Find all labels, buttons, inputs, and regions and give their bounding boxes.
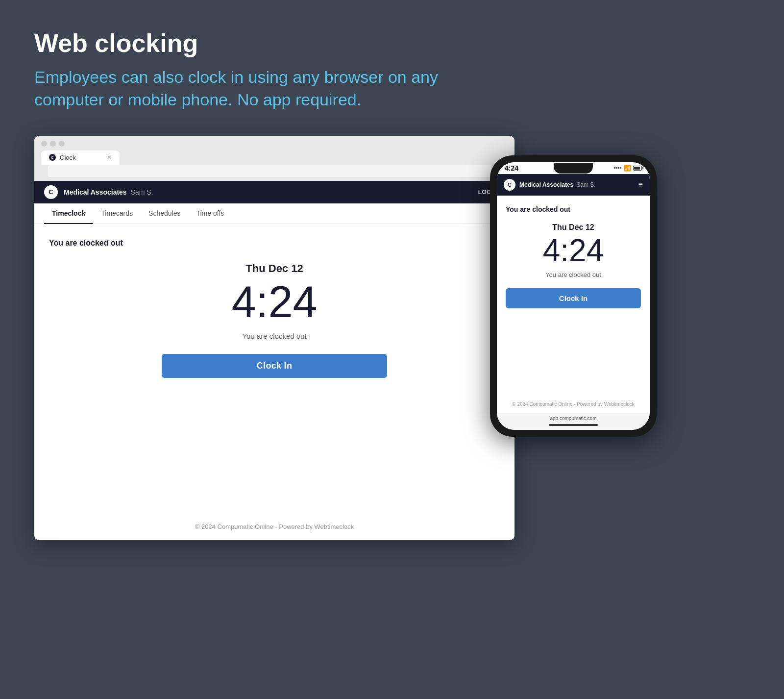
browser-tab-close-icon[interactable]: ✕	[107, 154, 112, 161]
browser-tab-label: Clock	[60, 154, 76, 161]
phone-org-name: Medical Associates	[519, 181, 573, 188]
app-org-name: Medical Associates	[64, 188, 127, 196]
devices-container: C Clock ✕ ⌄ C Medical Associates Sam S. …	[34, 136, 750, 540]
tab-timecards[interactable]: Timecards	[93, 203, 141, 224]
phone-user-name: Sam S.	[576, 181, 595, 188]
app-header: C Medical Associates Sam S. LOGOUT	[34, 181, 514, 203]
browser-dots	[41, 141, 65, 147]
phone-bottom-bar: app.compumatic.com	[497, 413, 650, 430]
clock-time: 4:24	[231, 280, 317, 324]
battery-icon	[633, 166, 642, 171]
browser-tab[interactable]: C Clock ✕	[41, 150, 120, 165]
phone-app-logo: C	[504, 179, 515, 191]
app-content: C Medical Associates Sam S. LOGOUT Timec…	[34, 181, 514, 540]
phone-clock-time: 4:24	[543, 235, 604, 266]
phone-footer: © 2024 Compumatic Online - Powered by We…	[497, 392, 650, 413]
browser-dot-yellow	[50, 141, 56, 147]
browser-favicon-icon: C	[49, 154, 56, 161]
app-logo: C	[44, 185, 58, 199]
app-nav: Timeclock Timecards Schedules Time offs	[34, 203, 514, 224]
app-main: You are clocked out Thu Dec 12 4:24 You …	[34, 224, 514, 508]
phone-clocked-out-label: You are clocked out	[506, 205, 570, 213]
wifi-icon: 📶	[624, 165, 631, 172]
clocked-out-label: You are clocked out	[49, 239, 123, 248]
page-subtitle: Employees can also clock in using any br…	[34, 66, 475, 111]
browser-dot-green	[59, 141, 65, 147]
browser-chrome: C Clock ✕ ⌄	[34, 136, 514, 181]
clock-status: You are clocked out	[242, 332, 306, 340]
phone-status-bar: 4:24 •••• 📶	[497, 162, 650, 174]
signal-icon: ••••	[614, 165, 622, 171]
browser-dot-red	[41, 141, 47, 147]
page-title: Web clocking	[34, 29, 750, 57]
phone-menu-icon[interactable]: ≡	[638, 180, 643, 189]
clock-in-button[interactable]: Clock In	[162, 354, 387, 378]
phone-inner: 4:24 •••• 📶 C Medical Associates Sam S. …	[497, 162, 650, 430]
browser-address-input[interactable]	[48, 165, 491, 177]
tab-schedules[interactable]: Schedules	[141, 203, 188, 224]
phone-time: 4:24	[505, 164, 518, 172]
phone-main: You are clocked out Thu Dec 12 4:24 You …	[497, 196, 650, 392]
app-user-name: Sam S.	[131, 188, 153, 196]
phone-header: C Medical Associates Sam S. ≡	[497, 174, 650, 196]
phone-status-icons: •••• 📶	[614, 165, 642, 172]
phone-clock-date: Thu Dec 12	[552, 223, 594, 232]
phone-clock-in-button[interactable]: Clock In	[506, 288, 641, 308]
phone-mockup: 4:24 •••• 📶 C Medical Associates Sam S. …	[490, 155, 657, 437]
phone-home-indicator	[549, 424, 598, 426]
tab-timeclock[interactable]: Timeclock	[44, 203, 93, 224]
browser-mockup: C Clock ✕ ⌄ C Medical Associates Sam S. …	[34, 136, 514, 540]
tab-timeoffs[interactable]: Time offs	[188, 203, 232, 224]
app-footer: © 2024 Compumatic Online - Powered by We…	[34, 508, 514, 540]
browser-top-bar	[41, 141, 508, 147]
browser-tab-bar: C Clock ✕	[41, 150, 508, 165]
clock-date: Thu Dec 12	[245, 262, 303, 275]
phone-url: app.compumatic.com	[550, 416, 596, 421]
phone-clock-status: You are clocked out	[545, 271, 601, 278]
browser-address-bar: ⌄	[41, 165, 508, 181]
